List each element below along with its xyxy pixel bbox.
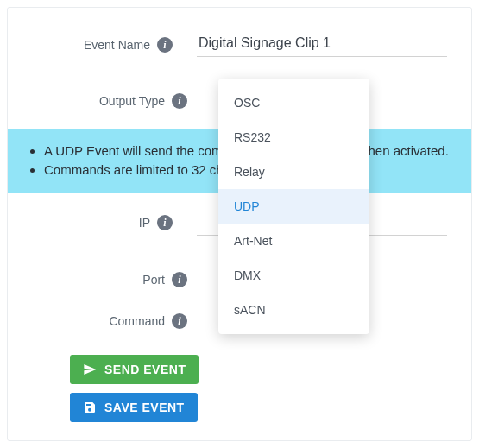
label-col: IP i xyxy=(8,215,181,230)
info-icon[interactable]: i xyxy=(157,215,173,230)
send-event-label: SEND EVENT xyxy=(104,363,186,376)
event-form-panel: Event Name i Digital Signage Clip 1 Outp… xyxy=(7,7,472,441)
label-col: Output Type i xyxy=(8,93,196,109)
info-icon[interactable]: i xyxy=(172,313,187,329)
ip-label: IP xyxy=(139,216,150,230)
info-icon[interactable]: i xyxy=(172,272,187,287)
row-event-name: Event Name i Digital Signage Clip 1 xyxy=(8,8,471,57)
info-icon[interactable]: i xyxy=(172,93,187,109)
dropdown-option-artnet[interactable]: Art-Net xyxy=(218,224,369,258)
save-icon xyxy=(83,401,97,414)
dropdown-option-udp[interactable]: UDP xyxy=(218,189,369,224)
send-event-button[interactable]: SEND EVENT xyxy=(70,355,199,384)
event-name-label: Event Name xyxy=(84,38,150,52)
command-label: Command xyxy=(109,314,165,328)
dropdown-option-osc[interactable]: OSC xyxy=(218,85,369,120)
info-icon[interactable]: i xyxy=(157,37,173,53)
label-col: Port i xyxy=(8,272,196,287)
send-icon xyxy=(83,363,97,376)
dropdown-option-rs232[interactable]: RS232 xyxy=(218,120,369,155)
value-col: Digital Signage Clip 1 xyxy=(181,32,471,57)
save-event-label: SAVE EVENT xyxy=(104,401,185,414)
output-type-label: Output Type xyxy=(99,94,165,108)
output-type-dropdown[interactable]: OSC RS232 Relay UDP Art-Net DMX sACN xyxy=(218,79,369,334)
button-group: SEND EVENT SAVE EVENT xyxy=(8,355,471,422)
event-name-input[interactable]: Digital Signage Clip 1 xyxy=(197,32,447,57)
label-col: Event Name i xyxy=(8,37,181,53)
dropdown-option-sacn[interactable]: sACN xyxy=(218,293,369,327)
port-label: Port xyxy=(142,273,165,287)
dropdown-option-relay[interactable]: Relay xyxy=(218,155,369,189)
save-event-button[interactable]: SAVE EVENT xyxy=(70,393,198,422)
dropdown-option-dmx[interactable]: DMX xyxy=(218,258,369,293)
label-col: Command i xyxy=(8,313,196,329)
